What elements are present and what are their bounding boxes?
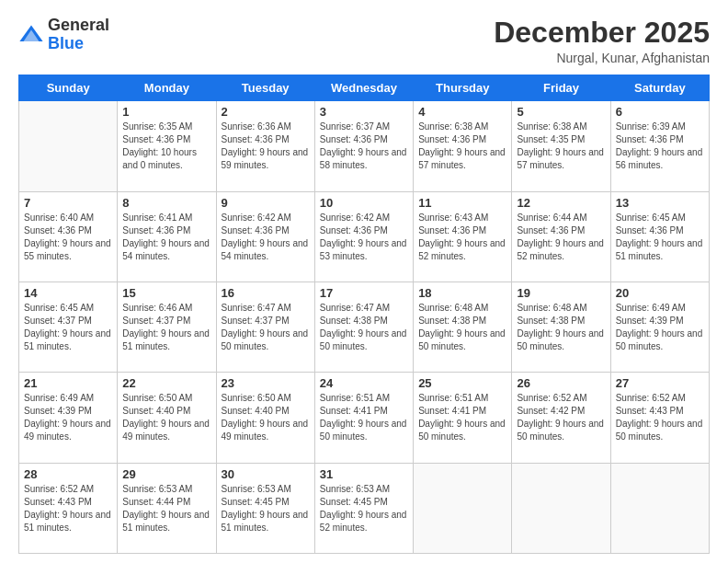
calendar-cell: 8Sunrise: 6:41 AMSunset: 4:36 PMDaylight… xyxy=(118,191,216,282)
day-number: 19 xyxy=(517,286,605,300)
day-number: 20 xyxy=(616,286,704,300)
day-info: Sunrise: 6:43 AMSunset: 4:36 PMDaylight:… xyxy=(418,212,506,263)
day-number: 4 xyxy=(418,105,506,119)
calendar-header-row: SundayMondayTuesdayWednesdayThursdayFrid… xyxy=(19,75,710,101)
day-header-monday: Monday xyxy=(118,75,216,101)
calendar-cell: 16Sunrise: 6:47 AMSunset: 4:37 PMDayligh… xyxy=(216,282,314,372)
calendar-cell: 3Sunrise: 6:37 AMSunset: 4:36 PMDaylight… xyxy=(314,101,413,191)
day-number: 29 xyxy=(122,467,210,481)
logo-icon xyxy=(18,22,44,48)
calendar-cell: 10Sunrise: 6:42 AMSunset: 4:36 PMDayligh… xyxy=(314,191,413,282)
day-header-sunday: Sunday xyxy=(19,75,118,101)
day-number: 27 xyxy=(616,376,704,390)
calendar-cell: 1Sunrise: 6:35 AMSunset: 4:36 PMDaylight… xyxy=(118,101,216,191)
day-number: 25 xyxy=(418,376,506,390)
day-number: 12 xyxy=(517,196,605,210)
day-number: 15 xyxy=(122,286,210,300)
day-number: 8 xyxy=(122,196,210,210)
calendar-cell: 12Sunrise: 6:44 AMSunset: 4:36 PMDayligh… xyxy=(512,191,610,282)
calendar-cell: 31Sunrise: 6:53 AMSunset: 4:45 PMDayligh… xyxy=(314,463,413,553)
calendar-cell: 30Sunrise: 6:53 AMSunset: 4:45 PMDayligh… xyxy=(216,463,314,553)
day-info: Sunrise: 6:48 AMSunset: 4:38 PMDaylight:… xyxy=(517,302,605,353)
day-number: 5 xyxy=(517,105,605,119)
calendar-cell: 29Sunrise: 6:53 AMSunset: 4:44 PMDayligh… xyxy=(118,463,216,553)
day-number: 23 xyxy=(222,376,310,390)
calendar-cell: 4Sunrise: 6:38 AMSunset: 4:36 PMDaylight… xyxy=(414,101,512,191)
day-info: Sunrise: 6:47 AMSunset: 4:37 PMDaylight:… xyxy=(222,302,310,353)
day-header-thursday: Thursday xyxy=(414,75,512,101)
day-header-friday: Friday xyxy=(512,75,610,101)
calendar-cell: 17Sunrise: 6:47 AMSunset: 4:38 PMDayligh… xyxy=(314,282,413,372)
day-info: Sunrise: 6:53 AMSunset: 4:45 PMDaylight:… xyxy=(222,483,310,534)
calendar-cell: 21Sunrise: 6:49 AMSunset: 4:39 PMDayligh… xyxy=(19,373,118,463)
day-number: 2 xyxy=(222,105,310,119)
day-info: Sunrise: 6:46 AMSunset: 4:37 PMDaylight:… xyxy=(122,302,210,353)
calendar-cell xyxy=(414,463,512,553)
day-info: Sunrise: 6:48 AMSunset: 4:38 PMDaylight:… xyxy=(418,302,506,353)
logo-text: General Blue xyxy=(48,17,109,53)
day-info: Sunrise: 6:53 AMSunset: 4:44 PMDaylight:… xyxy=(122,483,210,534)
calendar-cell: 15Sunrise: 6:46 AMSunset: 4:37 PMDayligh… xyxy=(118,282,216,372)
day-info: Sunrise: 6:38 AMSunset: 4:35 PMDaylight:… xyxy=(517,121,605,172)
day-number: 28 xyxy=(24,467,112,481)
logo: General Blue xyxy=(18,17,109,53)
week-row-0: 1Sunrise: 6:35 AMSunset: 4:36 PMDaylight… xyxy=(19,101,710,191)
day-info: Sunrise: 6:42 AMSunset: 4:36 PMDaylight:… xyxy=(320,212,408,263)
day-number: 26 xyxy=(517,376,605,390)
calendar-cell: 18Sunrise: 6:48 AMSunset: 4:38 PMDayligh… xyxy=(414,282,512,372)
logo-general: General xyxy=(48,17,109,35)
location: Nurgal, Kunar, Afghanistan xyxy=(494,51,710,65)
day-header-saturday: Saturday xyxy=(610,75,709,101)
week-row-2: 14Sunrise: 6:45 AMSunset: 4:37 PMDayligh… xyxy=(19,282,710,372)
day-info: Sunrise: 6:41 AMSunset: 4:36 PMDaylight:… xyxy=(122,212,210,263)
day-info: Sunrise: 6:35 AMSunset: 4:36 PMDaylight:… xyxy=(122,121,210,172)
day-number: 6 xyxy=(616,105,704,119)
day-info: Sunrise: 6:53 AMSunset: 4:45 PMDaylight:… xyxy=(320,483,408,534)
day-info: Sunrise: 6:52 AMSunset: 4:43 PMDaylight:… xyxy=(24,483,112,534)
day-info: Sunrise: 6:51 AMSunset: 4:41 PMDaylight:… xyxy=(320,392,408,443)
calendar-cell: 28Sunrise: 6:52 AMSunset: 4:43 PMDayligh… xyxy=(19,463,118,553)
week-row-3: 21Sunrise: 6:49 AMSunset: 4:39 PMDayligh… xyxy=(19,373,710,463)
day-info: Sunrise: 6:38 AMSunset: 4:36 PMDaylight:… xyxy=(418,121,506,172)
calendar-table: SundayMondayTuesdayWednesdayThursdayFrid… xyxy=(18,75,710,554)
day-number: 11 xyxy=(418,196,506,210)
title-block: December 2025 Nurgal, Kunar, Afghanistan xyxy=(494,17,710,65)
calendar-cell: 19Sunrise: 6:48 AMSunset: 4:38 PMDayligh… xyxy=(512,282,610,372)
day-info: Sunrise: 6:50 AMSunset: 4:40 PMDaylight:… xyxy=(122,392,210,443)
calendar-cell: 26Sunrise: 6:52 AMSunset: 4:42 PMDayligh… xyxy=(512,373,610,463)
logo-blue: Blue xyxy=(48,35,109,53)
day-info: Sunrise: 6:40 AMSunset: 4:36 PMDaylight:… xyxy=(24,212,112,263)
day-number: 1 xyxy=(122,105,210,119)
page: General Blue December 2025 Nurgal, Kunar… xyxy=(0,0,728,563)
day-info: Sunrise: 6:52 AMSunset: 4:43 PMDaylight:… xyxy=(616,392,704,443)
calendar-cell: 22Sunrise: 6:50 AMSunset: 4:40 PMDayligh… xyxy=(118,373,216,463)
calendar-cell: 9Sunrise: 6:42 AMSunset: 4:36 PMDaylight… xyxy=(216,191,314,282)
calendar-cell: 11Sunrise: 6:43 AMSunset: 4:36 PMDayligh… xyxy=(414,191,512,282)
calendar-cell: 6Sunrise: 6:39 AMSunset: 4:36 PMDaylight… xyxy=(610,101,709,191)
header: General Blue December 2025 Nurgal, Kunar… xyxy=(18,17,710,65)
day-number: 17 xyxy=(320,286,408,300)
day-info: Sunrise: 6:45 AMSunset: 4:36 PMDaylight:… xyxy=(616,212,704,263)
day-number: 24 xyxy=(320,376,408,390)
day-number: 14 xyxy=(24,286,112,300)
day-header-wednesday: Wednesday xyxy=(314,75,413,101)
day-number: 16 xyxy=(222,286,310,300)
day-info: Sunrise: 6:49 AMSunset: 4:39 PMDaylight:… xyxy=(616,302,704,353)
month-title: December 2025 xyxy=(494,17,710,49)
calendar-cell: 13Sunrise: 6:45 AMSunset: 4:36 PMDayligh… xyxy=(610,191,709,282)
calendar-cell xyxy=(512,463,610,553)
day-info: Sunrise: 6:49 AMSunset: 4:39 PMDaylight:… xyxy=(24,392,112,443)
calendar-cell: 23Sunrise: 6:50 AMSunset: 4:40 PMDayligh… xyxy=(216,373,314,463)
day-number: 10 xyxy=(320,196,408,210)
day-number: 21 xyxy=(24,376,112,390)
day-number: 7 xyxy=(24,196,112,210)
calendar-cell xyxy=(19,101,118,191)
day-info: Sunrise: 6:36 AMSunset: 4:36 PMDaylight:… xyxy=(222,121,310,172)
day-number: 22 xyxy=(122,376,210,390)
day-number: 18 xyxy=(418,286,506,300)
week-row-4: 28Sunrise: 6:52 AMSunset: 4:43 PMDayligh… xyxy=(19,463,710,553)
calendar-cell: 27Sunrise: 6:52 AMSunset: 4:43 PMDayligh… xyxy=(610,373,709,463)
day-number: 9 xyxy=(222,196,310,210)
calendar-cell: 14Sunrise: 6:45 AMSunset: 4:37 PMDayligh… xyxy=(19,282,118,372)
calendar-cell: 5Sunrise: 6:38 AMSunset: 4:35 PMDaylight… xyxy=(512,101,610,191)
